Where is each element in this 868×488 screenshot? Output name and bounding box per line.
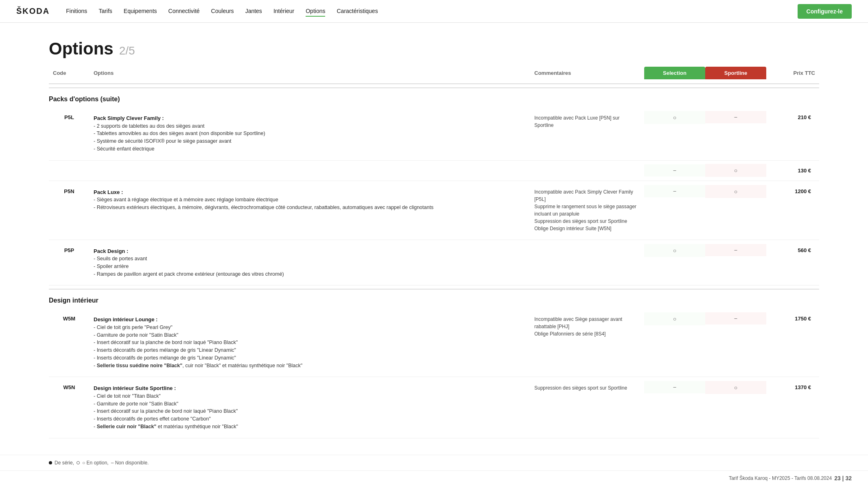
sportline-w5n: ○ (705, 381, 766, 394)
code-p5n: P5N (49, 185, 90, 198)
col-options: Options (90, 67, 530, 79)
prix-w5m: 1750 € (766, 312, 819, 325)
col-commentaires: Commentaires (530, 67, 644, 79)
sportline-w5m: – (705, 312, 766, 325)
legend-dot-label: De série, (55, 460, 74, 466)
prix-w5n: 1370 € (766, 381, 819, 394)
nav-options[interactable]: Options (306, 6, 325, 17)
nav-equipements[interactable]: Equipements (124, 6, 157, 17)
table-row: W5N Design intérieur Suite Sportline : -… (49, 377, 819, 438)
legend-dash-label: – Non disponible. (111, 460, 149, 466)
legend: De série, ○ En option, – Non disponible. (0, 455, 868, 471)
col-code: Code (49, 67, 90, 79)
options-w5n: Design intérieur Suite Sportline : - Cie… (90, 381, 530, 434)
selection-w5m: ○ (644, 312, 705, 325)
sportline-p5l-2: ○ (705, 164, 766, 177)
configurez-le-button[interactable]: Configurez-le (798, 4, 852, 19)
legend-dot-icon (49, 461, 52, 464)
table-row: P5N Pack Luxe : - Sièges avant à réglage… (49, 181, 819, 240)
options-p5l: Pack Simply Clever Family : - 2 supports… (90, 111, 530, 156)
code-p5l: P5L (49, 111, 90, 124)
options-p5p: Pack Design : - Seuils de portes avant -… (90, 244, 530, 281)
prix-p5l: 210 € (766, 111, 819, 124)
nav-jantes[interactable]: Jantes (245, 6, 262, 17)
nav-interieur[interactable]: Intérieur (273, 6, 294, 17)
col-prix: Prix TTC (766, 67, 819, 79)
col-sportline: Sportline (705, 67, 766, 79)
sportline-p5n: ○ (705, 185, 766, 198)
nav-connectivite[interactable]: Connectivité (168, 6, 200, 17)
legend-circle-label: ○ En option, (82, 460, 109, 466)
options-empty (90, 167, 530, 174)
selection-p5n: – (644, 185, 705, 197)
nav-caracteristiques[interactable]: Caractéristiques (337, 6, 378, 17)
nav-couleurs[interactable]: Couleurs (211, 6, 234, 17)
selection-p5l-2: – (644, 164, 705, 176)
section-design-interieur: Design intérieur (49, 289, 819, 308)
page-header: Options 2/5 (0, 23, 868, 67)
selection-p5p: ○ (644, 244, 705, 257)
footer-pages: 23 | 32 (834, 475, 852, 481)
footer: Tarif Škoda Karoq - MY2025 - Tarifs 08.0… (0, 471, 868, 486)
table-header: Code Options Commentaires Selection Spor… (49, 67, 819, 84)
page-title: Options (49, 39, 114, 59)
prix-p5p: 560 € (766, 244, 819, 257)
page-subtitle: 2/5 (119, 44, 135, 57)
commentaires-w5n: Suppression des sièges sport sur Sportli… (530, 381, 644, 395)
nav-links: Finitions Tarifs Equipements Connectivit… (66, 6, 797, 17)
sportline-p5l: – (705, 111, 766, 123)
prix-p5n: 1200 € (766, 185, 819, 198)
prix-p5l-2: 130 € (766, 164, 819, 177)
options-table: Code Options Commentaires Selection Spor… (0, 67, 868, 455)
table-row: – ○ 130 € (49, 161, 819, 181)
commentaires-p5p (530, 244, 644, 251)
commentaires-p5l: Incompatible avec Pack Luxe [P5N] sur Sp… (530, 111, 644, 132)
table-row: P5P Pack Design : - Seuils de portes ava… (49, 240, 819, 286)
navigation: ŠKODA Finitions Tarifs Equipements Conne… (0, 0, 868, 23)
code-w5n: W5N (49, 381, 90, 394)
code-w5m: W5M (49, 312, 90, 325)
options-p5n: Pack Luxe : - Sièges avant à réglage éle… (90, 185, 530, 215)
commentaires-empty (530, 167, 644, 174)
section-packs-options: Packs d'options (suite) (49, 87, 819, 107)
selection-p5l: ○ (644, 111, 705, 124)
nav-tarifs[interactable]: Tarifs (98, 6, 112, 17)
table-row: W5M Design intérieur Lounge : - Ciel de … (49, 308, 819, 377)
sportline-p5p: – (705, 244, 766, 256)
legend-circle-icon (77, 461, 80, 464)
col-selection: Selection (644, 67, 705, 79)
commentaires-w5m: Incompatible avec Siège passager avant r… (530, 312, 644, 341)
footer-text: Tarif Škoda Karoq - MY2025 - Tarifs 08.0… (729, 475, 832, 481)
selection-w5n: – (644, 381, 705, 393)
nav-finitions[interactable]: Finitions (66, 6, 87, 17)
logo: ŠKODA (16, 7, 50, 16)
commentaires-p5n: Incompatible avec Pack Simply Clever Fam… (530, 185, 644, 235)
code-p5p: P5P (49, 244, 90, 257)
code-empty (49, 167, 90, 174)
options-w5m: Design intérieur Lounge : - Ciel de toit… (90, 312, 530, 373)
table-row: P5L Pack Simply Clever Family : - 2 supp… (49, 107, 819, 161)
